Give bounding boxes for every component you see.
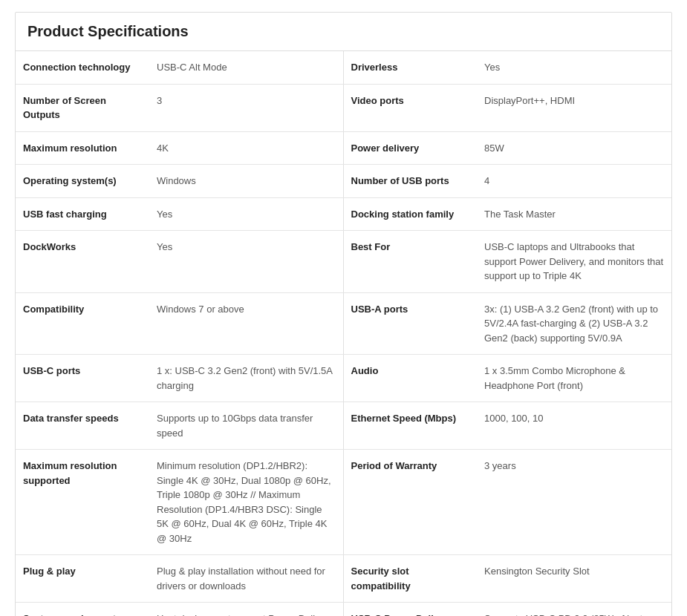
spec-label-left-9: Maximum resolution supported (16, 450, 149, 555)
spec-label-left-6: Compatibility (16, 292, 149, 355)
spec-label-left-0: Connection technology (16, 51, 149, 84)
spec-label-right-6: USB-A ports (343, 292, 477, 355)
spec-value-left-4: Yes (149, 197, 342, 231)
table-row: USB-C ports 1 x: USB-C 3.2 Gen2 (front) … (16, 355, 671, 402)
spec-value-right-5: USB-C laptops and Ultrabooks that suppor… (477, 231, 671, 293)
spec-label-left-1: Number of Screen Outputs (16, 84, 149, 131)
spec-label-right-9: Period of Warranty (343, 450, 477, 555)
spec-label-right-8: Ethernet Speed (Mbps) (343, 402, 477, 450)
table-row: Compatibility Windows 7 or above USB-A p… (16, 292, 671, 355)
spec-label-left-10: Plug & play (16, 555, 149, 603)
spec-value-right-4: The Task Master (477, 197, 671, 231)
spec-value-left-5: Yes (149, 231, 342, 293)
page-title: Product Specifications (16, 13, 671, 51)
table-row: Maximum resolution 4K Power delivery 85W (16, 131, 671, 165)
table-row: Maximum resolution supported Minimum res… (16, 450, 671, 555)
spec-label-left-2: Maximum resolution (16, 131, 149, 165)
spec-value-right-11: Supports USB-C PD 3.0 (85W of laptop cha… (477, 603, 671, 617)
spec-value-right-7: 1 x 3.5mm Combo Microphone & Headphone P… (477, 355, 671, 402)
spec-label-right-10: Security slot compatibility (343, 555, 477, 603)
spec-value-left-10: Plug & play installation without need fo… (149, 555, 342, 603)
spec-label-right-1: Video ports (343, 84, 477, 131)
spec-value-left-9: Minimum resolution (DP1.2/HBR2): Single … (149, 450, 342, 555)
spec-label-right-2: Power delivery (343, 131, 477, 165)
specs-table: Connection technology USB-C Alt Mode Dri… (16, 51, 671, 616)
spec-value-left-6: Windows 7 or above (149, 292, 342, 355)
table-row: Number of Screen Outputs 3 Video ports D… (16, 84, 671, 131)
spec-value-right-10: Kensington Security Slot (477, 555, 671, 603)
spec-label-left-11: System requirements (16, 603, 149, 617)
spec-value-right-2: 85W (477, 131, 671, 165)
table-row: DockWorks Yes Best For USB-C laptops and… (16, 231, 671, 293)
spec-label-left-8: Data transfer speeds (16, 402, 149, 450)
spec-value-right-1: DisplayPort++, HDMI (477, 84, 671, 131)
table-row: Data transfer speeds Supports up to 10Gb… (16, 402, 671, 450)
spec-value-right-8: 1000, 100, 10 (477, 402, 671, 450)
spec-value-left-11: Host device must support Power Delivery … (149, 603, 342, 617)
spec-label-left-7: USB-C ports (16, 355, 149, 402)
spec-value-right-0: Yes (477, 51, 671, 84)
spec-value-left-2: 4K (149, 131, 342, 165)
spec-label-right-5: Best For (343, 231, 477, 293)
spec-label-right-0: Driverless (343, 51, 477, 84)
spec-value-right-3: 4 (477, 165, 671, 198)
spec-value-left-3: Windows (149, 165, 342, 198)
table-row: System requirements Host device must sup… (16, 603, 671, 617)
spec-value-right-9: 3 years (477, 450, 671, 555)
spec-value-right-6: 3x: (1) USB-A 3.2 Gen2 (front) with up t… (477, 292, 671, 355)
spec-value-left-1: 3 (149, 84, 342, 131)
spec-value-left-0: USB-C Alt Mode (149, 51, 342, 84)
table-row: USB fast charging Yes Docking station fa… (16, 197, 671, 231)
spec-value-left-7: 1 x: USB-C 3.2 Gen2 (front) with 5V/1.5A… (149, 355, 342, 402)
spec-label-left-4: USB fast charging (16, 197, 149, 231)
table-row: Plug & play Plug & play installation wit… (16, 555, 671, 603)
spec-label-left-5: DockWorks (16, 231, 149, 293)
spec-label-right-7: Audio (343, 355, 477, 402)
table-row: Connection technology USB-C Alt Mode Dri… (16, 51, 671, 84)
spec-label-right-4: Docking station family (343, 197, 477, 231)
spec-value-left-8: Supports up to 10Gbps data transfer spee… (149, 402, 342, 450)
spec-label-left-3: Operating system(s) (16, 165, 149, 198)
spec-label-right-3: Number of USB ports (343, 165, 477, 198)
spec-label-right-11: USB-C Power Delivery (343, 603, 477, 617)
table-row: Operating system(s) Windows Number of US… (16, 165, 671, 198)
